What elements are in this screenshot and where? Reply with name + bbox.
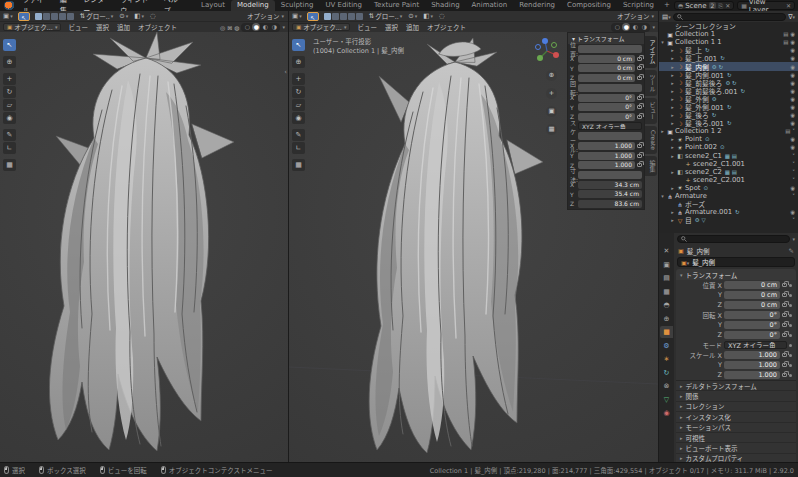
visibility-icons[interactable]: ˅ xyxy=(792,177,798,183)
collapsed-panel[interactable]: ▸ 関係 xyxy=(676,391,796,401)
blender-logo-icon[interactable] xyxy=(4,1,15,10)
expander-icon[interactable]: ▾ xyxy=(659,193,666,199)
shading-mode-button[interactable]: ○ xyxy=(613,23,621,31)
tool-button[interactable]: ⊕ xyxy=(292,56,305,68)
visibility-icons[interactable]: ˅ xyxy=(792,193,798,199)
expander-icon[interactable]: ▸ xyxy=(669,209,676,215)
tool-button[interactable]: ✎ xyxy=(292,129,305,141)
animate-dot[interactable] xyxy=(789,364,792,367)
lock-icon[interactable] xyxy=(637,76,642,80)
property-field[interactable]: XYZ オイラー角 xyxy=(724,341,787,350)
select-mode-buttons[interactable] xyxy=(35,13,74,20)
transform-orientation-dropdown[interactable]: ⇅グロー..▾ xyxy=(77,11,117,21)
shading-mode-button[interactable]: ○ xyxy=(243,23,251,31)
outliner-row[interactable]: ▸ ☽ 髪_外側 ⚙ ◉ xyxy=(659,95,798,103)
visibility-icons[interactable]: ˅ xyxy=(792,161,798,167)
visibility-icons[interactable]: ◉ xyxy=(790,144,798,150)
expander-icon[interactable]: ▸ xyxy=(669,136,676,142)
n-panel-title[interactable]: ▾ トランスフォーム xyxy=(568,33,644,44)
visibility-icons[interactable]: ◉ xyxy=(790,88,798,94)
expander-icon[interactable]: ▸ xyxy=(669,72,676,78)
pivot-point-dropdown[interactable]: ⊙▾ xyxy=(405,12,420,20)
animate-dot[interactable] xyxy=(789,334,792,337)
expander-icon[interactable]: ▸ xyxy=(669,80,676,86)
tool-button[interactable]: ▱ xyxy=(3,99,16,111)
expander-icon[interactable]: ▸ xyxy=(669,169,676,175)
value-field[interactable]: 34.3 cm xyxy=(578,181,642,189)
value-field[interactable]: 1.000 xyxy=(578,161,635,169)
visibility-icons[interactable]: ◉ xyxy=(790,72,798,78)
lock-icon[interactable] xyxy=(782,363,787,367)
properties-tab[interactable]: ◓ xyxy=(660,299,673,311)
property-field[interactable]: 0 cm xyxy=(724,301,780,310)
lock-icon[interactable] xyxy=(782,293,787,297)
expander-icon[interactable]: ▸ xyxy=(669,55,676,61)
visibility-icons[interactable]: ◉ xyxy=(790,55,798,61)
outliner-row[interactable]: ▸ ◧ scene2_C1 ▦ ▤ ˅ xyxy=(659,152,798,160)
animate-dot[interactable] xyxy=(789,304,792,307)
workspace-tab[interactable]: Texture Paint xyxy=(368,0,425,11)
lock-icon[interactable] xyxy=(782,283,787,287)
visibility-icons[interactable]: ▤ ◉ xyxy=(783,31,798,37)
lock-icon[interactable] xyxy=(782,313,787,317)
property-field[interactable]: 0° xyxy=(724,311,780,320)
outliner-row[interactable]: + scene2_C1.001 ˅ xyxy=(659,160,798,168)
outliner-row[interactable]: ▾ ▣ Collection 1 1 ▤ ◉ xyxy=(659,38,798,46)
lock-icon[interactable] xyxy=(637,163,642,167)
properties-tab[interactable]: ▦ xyxy=(660,286,673,298)
lock-icon[interactable] xyxy=(637,96,642,100)
visibility-icons[interactable]: ◉ xyxy=(790,112,798,118)
n-panel-tab[interactable]: ツール xyxy=(645,70,657,96)
visibility-icons[interactable]: ◉ xyxy=(790,96,798,102)
visibility-icons[interactable]: ◉ xyxy=(790,120,798,126)
pivot-point-dropdown[interactable]: ⊙▾ xyxy=(116,12,131,20)
visibility-icons[interactable]: ◉ xyxy=(790,47,798,53)
workspace-tab[interactable]: Modeling xyxy=(231,0,275,11)
lock-icon[interactable] xyxy=(637,144,642,148)
tool-button[interactable]: ∟ xyxy=(292,142,305,154)
active-tool-button[interactable]: ↖ xyxy=(18,12,30,21)
n-panel-tab[interactable]: ビュー xyxy=(645,98,657,124)
collapsed-panel[interactable]: ▸ モーションパス xyxy=(676,423,796,433)
navigation-gizmo[interactable] xyxy=(532,36,562,66)
animate-dot[interactable] xyxy=(789,374,792,377)
property-field[interactable]: 0 cm xyxy=(724,291,780,300)
scene-selector[interactable]: ◓ Scene 2 ⎘ ✕ xyxy=(674,1,734,10)
shading-dropdown-icon[interactable]: ▾ xyxy=(652,24,655,30)
header-toggle-icon[interactable]: ◎ xyxy=(220,24,225,31)
tool-button[interactable]: ↻ xyxy=(3,86,16,98)
lock-icon[interactable] xyxy=(637,66,642,70)
active-tool-button[interactable]: ↖ xyxy=(307,12,319,21)
proportional-edit-toggle[interactable]: ◌ xyxy=(147,12,159,20)
header-toggle-icon[interactable]: ◍ xyxy=(234,24,239,31)
zoom-icon[interactable]: ⊕ xyxy=(546,70,557,81)
toggle-ortho-icon[interactable]: ▦ xyxy=(546,124,557,135)
outliner-row[interactable]: シーンコレクション xyxy=(659,22,798,30)
collapsed-panel[interactable]: ▸ 可視性 xyxy=(676,433,796,443)
tool-button[interactable]: ◉ xyxy=(3,112,16,124)
proportional-edit-toggle[interactable]: ◌ xyxy=(436,12,448,20)
properties-tab[interactable]: ■ xyxy=(660,326,673,338)
outliner-row[interactable]: ⋔ ポーズ xyxy=(659,200,798,208)
shading-mode-button[interactable]: ● xyxy=(252,23,260,31)
editor-type-button[interactable]: ▣▾ xyxy=(289,12,305,20)
remove-view-layer-icon[interactable]: ✕ xyxy=(786,2,791,9)
value-field[interactable] xyxy=(578,132,642,140)
expander-icon[interactable]: ▸ xyxy=(669,104,676,110)
options-dropdown[interactable]: オプション▾ xyxy=(613,11,658,21)
workspace-tab[interactable]: Sculpting xyxy=(275,0,320,11)
outliner-row[interactable]: ▸ ▽ 目 ⚙ ▽ ˅ xyxy=(659,216,798,224)
properties-tab[interactable]: ⚙ xyxy=(660,340,673,352)
collapsed-panel[interactable]: ▸ インスタンス化 xyxy=(676,412,796,422)
tool-button[interactable]: ✎ xyxy=(3,129,16,141)
tool-button[interactable]: ↖ xyxy=(3,39,16,51)
tool-button[interactable]: ◉ xyxy=(292,112,305,124)
value-field[interactable] xyxy=(578,45,642,53)
value-field[interactable] xyxy=(578,84,642,92)
outliner-row[interactable]: ▾ ⋔ Armature ˅ xyxy=(659,192,798,200)
outliner-row[interactable]: ▸ ◧ scene2_C2 ▦ ▤ ˅ xyxy=(659,168,798,176)
shading-mode-button[interactable]: ◑ xyxy=(640,23,648,31)
animate-dot[interactable] xyxy=(789,284,792,287)
workspace-tab[interactable]: Animation xyxy=(466,0,514,11)
outliner-row[interactable]: ▸ ☀ Spot ⊙ ◉ xyxy=(659,184,798,192)
